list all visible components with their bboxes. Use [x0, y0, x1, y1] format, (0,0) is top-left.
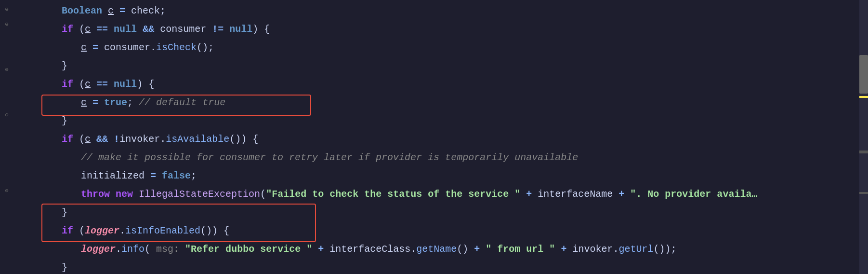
gutter-icon-17: [0, 244, 13, 259]
code-line-12: }: [13, 204, 859, 222]
line-4-content: }: [13, 57, 859, 75]
gutter-icon-1[interactable]: ⊖: [0, 2, 13, 17]
code-line-4: }: [13, 57, 859, 75]
gutter-icon-14: [0, 198, 13, 213]
gutter-icon-12: [0, 168, 13, 183]
line-6-content: c = true; // default true: [13, 94, 859, 112]
gutter-icon-7: [0, 93, 13, 108]
line-5-content: if (c == null) {: [13, 75, 859, 94]
line-12-content: }: [13, 204, 859, 222]
code-line-13: if (logger.isInfoEnabled()) {: [13, 222, 859, 240]
code-content: Boolean c = check; if (c == null && cons…: [13, 0, 859, 274]
code-line-3: c = consumer.isCheck();: [13, 39, 859, 57]
gutter-icon-9: [0, 123, 13, 138]
gutter-icon-15: [0, 214, 13, 229]
gutter-icon-2[interactable]: ⊖: [0, 17, 13, 32]
line-14-content: logger.info( msg: "Refer dubbo service "…: [13, 240, 859, 259]
line-10-content: initialized = false;: [13, 167, 859, 185]
gutter-icon-11: [0, 153, 13, 168]
scroll-marker-yellow: [859, 96, 868, 98]
code-line-14: logger.info( msg: "Refer dubbo service "…: [13, 240, 859, 259]
scroll-marker-gray-2: [859, 192, 868, 194]
gutter-icon-16: [0, 229, 13, 244]
gutter-icon-6: [0, 78, 13, 93]
left-gutter: ⊖ ⊖ ⊖ ⊖ ⊖: [0, 0, 13, 274]
line-11-content: throw new IllegalStateException("Failed …: [13, 185, 859, 204]
scrollbar[interactable]: [859, 0, 868, 274]
code-line-15: }: [13, 259, 859, 274]
code-editor: ⊖ ⊖ ⊖ ⊖ ⊖: [0, 0, 868, 274]
code-line-1: Boolean c = check;: [13, 2, 859, 20]
gutter-icon-4: [0, 47, 13, 62]
gutter-icon-8[interactable]: ⊖: [0, 108, 13, 123]
line-3-content: c = consumer.isCheck();: [13, 39, 859, 57]
scrollbar-markers: [859, 0, 868, 274]
line-9-content: // make it possible for consumer to retr…: [13, 149, 859, 167]
line-13-content: if (logger.isInfoEnabled()) {: [13, 222, 859, 240]
gutter-icon-5[interactable]: ⊖: [0, 62, 13, 77]
line-1-content: Boolean c = check;: [13, 2, 859, 20]
code-line-2: if (c == null && consumer != null) {: [13, 20, 859, 39]
code-line-11: throw new IllegalStateException("Failed …: [13, 185, 859, 204]
code-line-5: if (c == null) {: [13, 75, 859, 94]
scroll-marker-gray-1: [859, 151, 868, 153]
line-8-content: if (c && !invoker.isAvailable()) {: [13, 130, 859, 149]
code-line-7: }: [13, 112, 859, 130]
line-2-content: if (c == null && consumer != null) {: [13, 20, 859, 39]
code-line-9: // make it possible for consumer to retr…: [13, 149, 859, 167]
gutter-icon-3: [0, 32, 13, 47]
line-15-content: }: [13, 259, 859, 274]
scrollbar-thumb[interactable]: [859, 55, 868, 94]
line-7-content: }: [13, 112, 859, 130]
code-line-8: if (c && !invoker.isAvailable()) {: [13, 130, 859, 149]
gutter-icon-10: [0, 138, 13, 153]
code-line-6: c = true; // default true: [13, 94, 859, 112]
gutter-icon-18: [0, 259, 13, 274]
gutter-icon-13[interactable]: ⊖: [0, 183, 13, 198]
code-line-10: initialized = false;: [13, 167, 859, 185]
